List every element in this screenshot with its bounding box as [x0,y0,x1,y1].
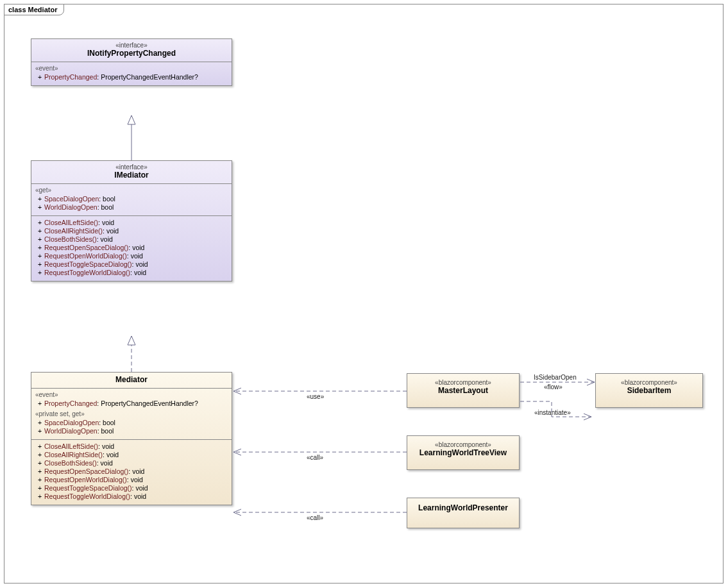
member: +CloseAllLeftSide(): void [35,219,228,227]
class-title: SidebarItem [598,386,700,395]
stereotype: «blazorcomponent» [598,379,700,386]
member: +CloseBothSides(): void [35,235,228,244]
relation-label-call: «call» [307,454,323,461]
frame-title-tab: class Mediator [4,4,64,15]
member: +RequestOpenWorldDialog(): void [35,476,228,484]
member: +RequestOpenSpaceDialog(): void [35,244,228,252]
compartment-label: «private set, get» [35,410,228,417]
stereotype: «interface» [34,164,229,171]
class-title: IMediator [34,171,229,180]
compartment-label: «get» [35,187,228,194]
member: +CloseAllRightSide(): void [35,227,228,235]
interface-IMediator: «interface» IMediator «get»+SpaceDialogO… [31,160,232,281]
class-LearningWorldPresenter: LearningWorldPresenter [407,498,520,528]
compartment: «event»+PropertyChanged: PropertyChanged… [31,62,232,85]
member: +RequestToggleWorldDialog(): void [35,492,228,501]
compartment-label: «event» [35,65,228,72]
frame-kind: class [8,6,26,13]
class-title: INotifyPropertyChanged [34,49,229,58]
frame-name: Mediator [28,6,58,13]
class-title: Mediator [34,375,229,384]
member: +RequestToggleSpaceDialog(): void [35,260,228,269]
stereotype: «blazorcomponent» [410,379,516,386]
relation-label-flow: «flow» [544,383,563,391]
component-MasterLayout: «blazorcomponent» MasterLayout [407,373,520,408]
component-SidebarItem: «blazorcomponent» SidebarItem [595,373,703,408]
compartment: «get»+SpaceDialogOpen: bool+WorldDialogO… [31,184,232,216]
class-title: LearningWorldPresenter [410,503,516,512]
class-title: LearningWorldTreeView [410,448,516,457]
stereotype: «blazorcomponent» [410,441,516,448]
member: +SpaceDialogOpen: bool [35,419,228,427]
relation-label-flow-name: IsSidebarOpen [534,374,577,381]
member: +RequestToggleSpaceDialog(): void [35,484,228,492]
relation-label-call: «call» [307,514,323,521]
compartment: «event»+PropertyChanged: PropertyChanged… [31,389,232,440]
member: +RequestToggleWorldDialog(): void [35,269,228,277]
compartment: +CloseAllLeftSide(): void+CloseAllRightS… [31,216,232,281]
component-LearningWorldTreeView: «blazorcomponent» LearningWorldTreeView [407,435,520,470]
member: +CloseBothSides(): void [35,459,228,467]
compartment-label: «event» [35,391,228,398]
interface-INotifyPropertyChanged: «interface» INotifyPropertyChanged «even… [31,38,232,86]
member: +RequestOpenSpaceDialog(): void [35,467,228,476]
member: +CloseAllRightSide(): void [35,451,228,459]
member: +PropertyChanged: PropertyChangedEventHa… [35,399,228,408]
relation-label-use: «use» [307,393,324,400]
class-title: MasterLayout [410,386,516,395]
class-Mediator: Mediator «event»+PropertyChanged: Proper… [31,372,232,505]
member: +WorldDialogOpen: bool [35,427,228,435]
member: +CloseAllLeftSide(): void [35,442,228,451]
member: +WorldDialogOpen: bool [35,203,228,212]
member: +RequestOpenWorldDialog(): void [35,252,228,260]
relation-label-instantiate: «instantiate» [534,409,571,416]
stereotype: «interface» [34,42,229,49]
member: +PropertyChanged: PropertyChangedEventHa… [35,73,228,81]
compartment: +CloseAllLeftSide(): void+CloseAllRightS… [31,440,232,505]
member: +SpaceDialogOpen: bool [35,195,228,203]
